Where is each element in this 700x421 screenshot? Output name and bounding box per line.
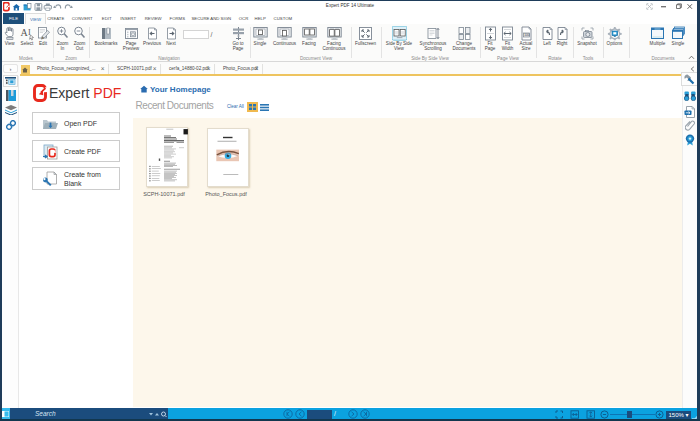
- svg-text:100: 100: [524, 33, 530, 37]
